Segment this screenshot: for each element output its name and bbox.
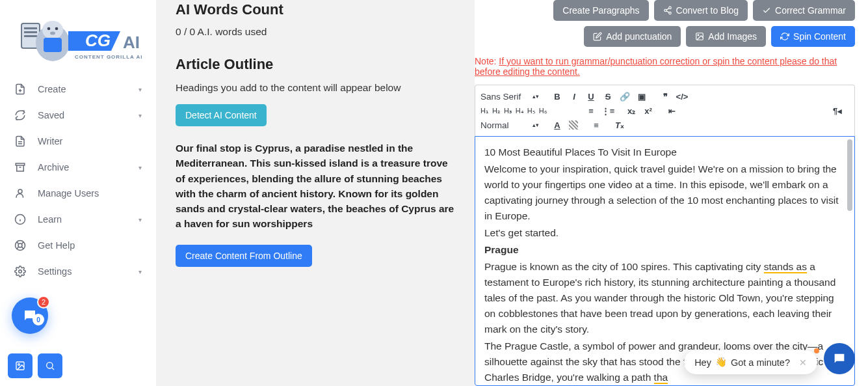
code-icon[interactable]: </> bbox=[677, 91, 687, 102]
svg-point-21 bbox=[47, 363, 53, 368]
add-images-button[interactable]: Add Images bbox=[686, 26, 766, 47]
scrollbar[interactable] bbox=[847, 139, 852, 211]
middle-panel: AI Words Count 0 / 0 A.I. words used Art… bbox=[156, 0, 475, 386]
h6-button[interactable]: H₆ bbox=[539, 107, 547, 115]
nav-item-archive[interactable]: Archive ▾ bbox=[0, 154, 156, 180]
image-icon bbox=[695, 32, 704, 41]
editor-body[interactable]: 10 Most Beautiful Places To Visit In Eur… bbox=[475, 136, 855, 386]
h2-button[interactable]: H₂ bbox=[492, 107, 500, 115]
nav-item-saved[interactable]: Saved ▾ bbox=[0, 102, 156, 128]
note-text: Note: If you want to run grammar/punctua… bbox=[475, 56, 855, 77]
note-link[interactable]: If you want to run grammar/punctuation c… bbox=[475, 56, 837, 77]
bottom-actions bbox=[8, 353, 62, 378]
ai-words-title: AI Words Count bbox=[176, 1, 455, 18]
editor-line: 10 Most Beautiful Places To Visit In Eur… bbox=[484, 145, 845, 160]
svg-point-6 bbox=[47, 27, 50, 31]
align-icon[interactable]: ≡ bbox=[591, 120, 601, 130]
archive-icon bbox=[14, 161, 26, 173]
h5-button[interactable]: H₅ bbox=[527, 107, 535, 115]
svg-point-20 bbox=[18, 364, 20, 366]
svg-point-29 bbox=[841, 357, 842, 358]
spell-highlight: tha bbox=[654, 372, 668, 384]
correct-grammar-button[interactable]: Correct Grammar bbox=[753, 0, 855, 21]
outdent-icon[interactable]: ⇤ bbox=[666, 105, 677, 116]
svg-rect-2 bbox=[24, 31, 37, 33]
search-square-button[interactable] bbox=[38, 353, 62, 378]
ul-icon[interactable]: ⋮≡ bbox=[603, 105, 613, 116]
svg-point-24 bbox=[668, 12, 671, 14]
svg-text:CONTENT GORILLA AI: CONTENT GORILLA AI bbox=[75, 54, 142, 60]
nav-label: Get Help bbox=[38, 240, 142, 251]
subscript-icon[interactable]: x₂ bbox=[626, 105, 637, 116]
svg-point-18 bbox=[19, 270, 22, 273]
nav-item-get-help[interactable]: Get Help bbox=[0, 232, 156, 258]
h1-button[interactable]: H₁ bbox=[480, 107, 488, 115]
editor-toolbar: Sans Serif▴▾ B I U S 🔗 ▣ ❞ </> H₁ H₂ H₃ … bbox=[475, 85, 855, 136]
h3-button[interactable]: H₃ bbox=[504, 107, 512, 115]
editor-line: Welcome to your inspiration, quick trave… bbox=[484, 161, 845, 224]
nav-label: Writer bbox=[38, 136, 142, 146]
info-icon bbox=[14, 214, 26, 225]
chat-badge: 2 bbox=[37, 296, 50, 309]
quote-icon[interactable]: ❞ bbox=[660, 91, 670, 102]
outline-body: Our final stop is Cyprus, a paradise nes… bbox=[176, 141, 455, 232]
nav-label: Archive bbox=[38, 162, 138, 172]
svg-point-27 bbox=[837, 357, 838, 358]
svg-point-7 bbox=[55, 27, 58, 31]
nav-item-create[interactable]: Create ▾ bbox=[0, 76, 156, 102]
superscript-icon[interactable]: x² bbox=[643, 105, 653, 116]
ol-icon[interactable]: ≡ bbox=[586, 105, 596, 116]
nav-item-writer[interactable]: Writer bbox=[0, 128, 156, 154]
image-square-button[interactable] bbox=[8, 353, 33, 378]
svg-point-17 bbox=[18, 243, 22, 247]
svg-rect-9 bbox=[44, 38, 62, 52]
svg-rect-1 bbox=[24, 27, 37, 29]
add-punctuation-button[interactable]: Add punctuation bbox=[584, 26, 681, 47]
right-panel: Create Paragraphs Convert to Blog Correc… bbox=[475, 0, 868, 386]
nav-item-settings[interactable]: Settings ▾ bbox=[0, 258, 156, 284]
refresh-icon bbox=[14, 109, 26, 121]
spell-highlight: stands as bbox=[764, 261, 807, 273]
h4-button[interactable]: H₄ bbox=[516, 107, 523, 115]
rtl-icon[interactable]: ¶◂ bbox=[832, 105, 843, 116]
create-paragraphs-button[interactable]: Create Paragraphs bbox=[553, 0, 648, 21]
editor-line: Prague is known as the city of 100 spire… bbox=[484, 259, 845, 337]
text-color-icon[interactable]: A bbox=[552, 120, 562, 130]
sidebar: CG AI CONTENT GORILLA AI Create ▾ Saved … bbox=[0, 0, 156, 386]
strike-icon[interactable]: S bbox=[603, 91, 613, 102]
life-ring-icon bbox=[14, 240, 26, 251]
chevron-down-icon: ▾ bbox=[138, 86, 142, 93]
link-icon[interactable]: 🔗 bbox=[620, 91, 630, 102]
svg-rect-13 bbox=[16, 163, 25, 165]
italic-icon[interactable]: I bbox=[569, 91, 579, 102]
nav-item-learn[interactable]: Learn ▾ bbox=[0, 206, 156, 232]
detect-ai-button[interactable]: Detect AI Content bbox=[176, 104, 267, 126]
image-icon[interactable]: ▣ bbox=[637, 91, 647, 102]
bold-icon[interactable]: B bbox=[552, 91, 562, 102]
svg-point-28 bbox=[839, 357, 840, 358]
font-select[interactable]: Sans Serif▴▾ bbox=[480, 92, 539, 102]
chevron-down-icon: ▾ bbox=[138, 112, 142, 119]
spin-content-button[interactable]: Spin Content bbox=[771, 26, 855, 47]
style-select[interactable]: Normal▴▾ bbox=[480, 120, 539, 130]
logo-image: CG AI CONTENT GORILLA AI bbox=[15, 12, 142, 67]
clear-format-icon[interactable]: Tₓ bbox=[614, 120, 625, 130]
chat-fab[interactable] bbox=[824, 343, 855, 374]
close-icon[interactable]: ✕ bbox=[799, 357, 807, 368]
create-content-outline-button[interactable]: Create Content From Outline bbox=[176, 245, 312, 267]
convert-blog-button[interactable]: Convert to Blog bbox=[654, 0, 748, 21]
nav-label: Manage Users bbox=[38, 188, 142, 199]
user-icon bbox=[14, 187, 26, 199]
nav-label: Create bbox=[38, 84, 138, 94]
underline-icon[interactable]: U bbox=[586, 91, 596, 102]
wave-emoji: 👋 bbox=[715, 357, 727, 368]
nav-label: Settings bbox=[38, 266, 138, 277]
action-buttons: Create Paragraphs Convert to Blog Correc… bbox=[475, 0, 855, 53]
nav-label: Learn bbox=[38, 214, 138, 225]
svg-point-5 bbox=[42, 21, 63, 39]
svg-point-14 bbox=[18, 189, 22, 193]
chat-sub-badge: 0 bbox=[33, 314, 44, 325]
help-popup[interactable]: Hey 👋 Got a minute? ✕ bbox=[684, 350, 817, 374]
bg-color-icon[interactable] bbox=[569, 120, 578, 130]
nav-item-manage-users[interactable]: Manage Users bbox=[0, 180, 156, 206]
